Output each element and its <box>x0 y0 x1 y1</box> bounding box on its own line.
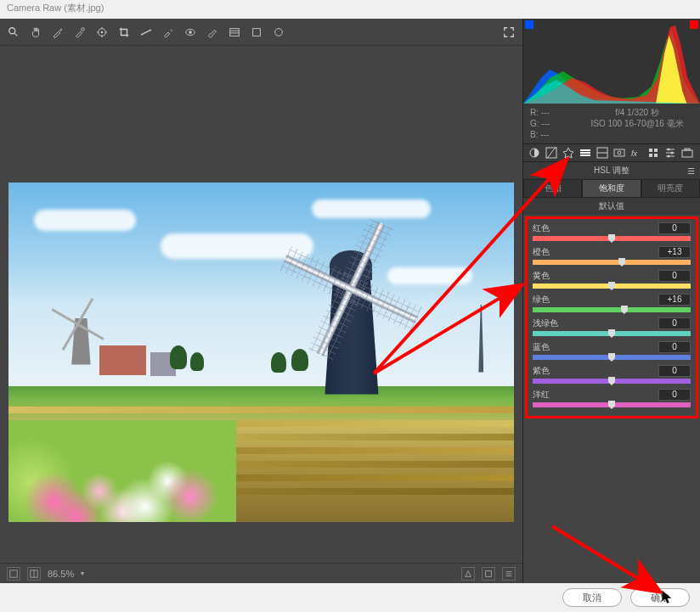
svg-point-0 <box>9 27 15 33</box>
svg-point-2 <box>82 27 85 31</box>
slider-blue: 蓝色0 <box>533 341 691 360</box>
hand-tool[interactable] <box>29 25 42 39</box>
slider-label-aqua: 浅绿色 <box>533 317 558 329</box>
slider-track-aqua[interactable] <box>533 331 691 336</box>
slider-track-green[interactable] <box>533 307 691 312</box>
zoom-tool[interactable] <box>7 25 20 39</box>
slider-track-yellow[interactable] <box>533 284 691 289</box>
targeted-adjustment-tool[interactable] <box>95 25 109 39</box>
statusbar-menu-icon[interactable] <box>502 567 516 581</box>
calibration-panel-icon[interactable] <box>647 147 659 159</box>
slider-magenta: 洋红0 <box>533 389 691 407</box>
slider-track-magenta[interactable] <box>533 402 691 407</box>
image-preview[interactable] <box>0 46 522 563</box>
color-sampler-tool[interactable] <box>73 25 87 39</box>
highlight-clip-icon[interactable] <box>482 567 495 581</box>
detail-panel-icon[interactable] <box>562 147 574 159</box>
svg-rect-14 <box>230 28 240 36</box>
slider-track-blue[interactable] <box>533 355 691 360</box>
slider-track-orange[interactable] <box>533 260 691 265</box>
svg-point-44 <box>671 152 674 154</box>
zoom-level[interactable]: 86.5% <box>48 569 74 579</box>
slider-thumb-green[interactable] <box>621 306 628 314</box>
slider-thumb-purple[interactable] <box>608 377 615 385</box>
rotate-tool[interactable] <box>272 25 285 39</box>
hsl-panel-icon[interactable] <box>579 147 591 159</box>
shadow-clip-warning[interactable] <box>525 20 533 29</box>
slider-thumb-magenta[interactable] <box>608 401 615 409</box>
slider-label-orange: 橙色 <box>533 246 550 258</box>
compare-split-icon[interactable] <box>27 567 41 581</box>
svg-line-1 <box>14 32 18 36</box>
shadow-clip-icon[interactable] <box>461 567 475 581</box>
svg-point-4 <box>101 31 104 33</box>
fx-panel-icon[interactable]: fx <box>630 147 642 159</box>
svg-point-45 <box>668 155 670 158</box>
svg-rect-39 <box>654 154 658 157</box>
slider-track-red[interactable] <box>533 236 691 241</box>
slider-value-purple[interactable]: 0 <box>658 365 691 377</box>
split-tone-panel-icon[interactable] <box>596 147 608 159</box>
slider-thumb-red[interactable] <box>608 234 615 243</box>
slider-value-red[interactable]: 0 <box>658 222 691 234</box>
slider-label-magenta: 洋红 <box>533 389 550 401</box>
default-value-label[interactable]: 默认值 <box>523 198 700 215</box>
redeye-tool[interactable] <box>183 25 197 39</box>
slider-value-magenta[interactable]: 0 <box>658 389 691 401</box>
slider-thumb-yellow[interactable] <box>608 282 615 290</box>
slider-value-orange[interactable]: +13 <box>658 246 691 258</box>
slider-purple: 紫色0 <box>533 365 691 384</box>
slider-red: 红色0 <box>533 222 691 241</box>
crop-tool[interactable] <box>117 25 131 39</box>
ok-button[interactable]: 确定 <box>630 588 690 607</box>
lens-panel-icon[interactable] <box>613 147 625 159</box>
eyedropper-tool[interactable] <box>51 25 65 39</box>
slider-thumb-aqua[interactable] <box>608 329 615 338</box>
svg-rect-22 <box>486 570 492 576</box>
slider-green: 绿色+16 <box>533 294 691 312</box>
svg-rect-47 <box>685 149 690 150</box>
slider-label-yellow: 黄色 <box>533 270 550 282</box>
graduated-filter-tool[interactable] <box>228 25 241 39</box>
presets-panel-icon[interactable] <box>664 147 676 159</box>
spot-removal-tool[interactable] <box>161 25 175 39</box>
adjustment-brush-tool[interactable] <box>206 25 219 39</box>
hsl-subtabs: 色相 饱和度 明亮度 <box>523 179 700 198</box>
slider-value-yellow[interactable]: 0 <box>658 270 691 282</box>
histogram[interactable] <box>523 19 700 104</box>
highlight-clip-warning[interactable] <box>690 20 698 29</box>
panel-tabs: fx <box>523 143 700 162</box>
snapshots-panel-icon[interactable] <box>681 147 693 159</box>
tab-saturation[interactable]: 饱和度 <box>582 179 641 198</box>
cancel-button[interactable]: 取消 <box>562 588 622 607</box>
slider-value-blue[interactable]: 0 <box>658 341 691 353</box>
radial-filter-tool[interactable] <box>250 25 263 39</box>
slider-label-blue: 蓝色 <box>533 341 550 353</box>
panel-menu-icon[interactable]: ☰ <box>687 166 695 176</box>
slider-value-aqua[interactable]: 0 <box>658 317 691 329</box>
zoom-dropdown-icon[interactable]: ▾ <box>81 570 84 577</box>
tab-luminance[interactable]: 明亮度 <box>641 179 700 198</box>
slider-value-green[interactable]: +16 <box>658 294 691 306</box>
tab-hue[interactable]: 色相 <box>523 179 582 198</box>
fullscreen-toggle[interactable] <box>502 25 516 39</box>
straighten-tool[interactable] <box>139 25 153 39</box>
curve-panel-icon[interactable] <box>545 147 557 159</box>
slider-thumb-blue[interactable] <box>608 353 615 362</box>
svg-rect-36 <box>649 149 652 152</box>
panel-title: HSL 调整 <box>594 165 629 177</box>
basic-panel-icon[interactable] <box>528 147 540 159</box>
toolbar <box>0 19 522 46</box>
slider-thumb-orange[interactable] <box>618 258 625 267</box>
svg-rect-38 <box>649 154 652 157</box>
svg-rect-17 <box>253 28 261 36</box>
compare-before-icon[interactable] <box>7 567 20 581</box>
svg-point-18 <box>275 28 283 36</box>
panel-title-bar: HSL 调整 ☰ <box>523 162 700 179</box>
slider-track-purple[interactable] <box>533 379 691 384</box>
window-title: Camera Raw (素材.jpg) <box>0 0 700 19</box>
svg-line-9 <box>142 30 151 34</box>
svg-rect-33 <box>614 149 624 156</box>
slider-orange: 橙色+13 <box>533 246 691 265</box>
svg-rect-19 <box>10 570 17 576</box>
